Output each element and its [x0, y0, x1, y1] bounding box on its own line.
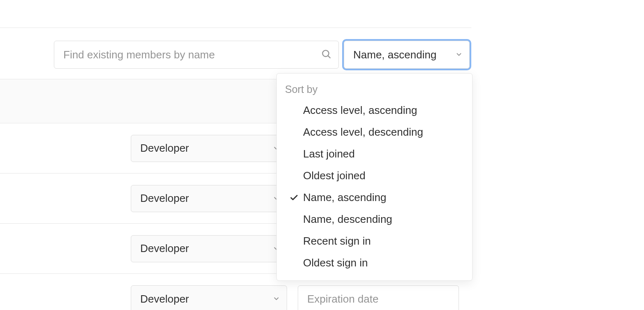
- sort-option-recent-signin[interactable]: Recent sign in: [277, 230, 472, 252]
- sort-option-access-asc[interactable]: Access level, ascending: [277, 99, 472, 121]
- role-select[interactable]: Developer: [131, 235, 287, 262]
- divider: [0, 28, 471, 28]
- sort-dropdown-menu: Sort by Access level, ascending Access l…: [276, 73, 473, 281]
- chevron-down-icon: [455, 49, 463, 61]
- sort-current-label: Name, ascending: [353, 49, 436, 61]
- sort-option-oldest-signin[interactable]: Oldest sign in: [277, 252, 472, 274]
- sort-option-name-desc[interactable]: Name, descending: [277, 208, 472, 230]
- members-toolbar: Name, ascending: [54, 41, 470, 69]
- role-label: Developer: [140, 293, 189, 305]
- option-label: Last joined: [303, 148, 355, 160]
- sort-dropdown-button[interactable]: Name, ascending: [344, 41, 470, 69]
- search-input[interactable]: [54, 41, 339, 69]
- table-row: Developer: [0, 174, 276, 224]
- sort-option-oldest-joined[interactable]: Oldest joined: [277, 165, 472, 187]
- check-icon: [285, 193, 303, 202]
- role-select[interactable]: Developer: [131, 185, 287, 212]
- option-label: Name, ascending: [303, 191, 386, 204]
- search-wrap: [54, 41, 339, 69]
- chevron-down-icon: [273, 293, 280, 305]
- option-label: Access level, ascending: [303, 104, 417, 117]
- expiration-date-input[interactable]: Expiration date: [298, 285, 459, 310]
- sort-option-name-asc[interactable]: Name, ascending: [277, 187, 472, 208]
- svg-line-1: [328, 56, 330, 58]
- role-label: Developer: [140, 142, 189, 155]
- dropdown-header: Sort by: [277, 78, 472, 99]
- table-row: Developer: [0, 224, 276, 274]
- option-label: Oldest joined: [303, 169, 366, 182]
- role-select[interactable]: Developer: [131, 285, 287, 310]
- sort-option-access-desc[interactable]: Access level, descending: [277, 121, 472, 143]
- member-rows: Developer Developer Developer: [0, 123, 276, 274]
- option-label: Recent sign in: [303, 235, 371, 248]
- option-label: Name, descending: [303, 213, 392, 226]
- search-icon: [321, 49, 331, 61]
- sort-option-last-joined[interactable]: Last joined: [277, 143, 472, 165]
- role-label: Developer: [140, 192, 189, 205]
- table-header-band: [0, 79, 276, 123]
- option-label: Access level, descending: [303, 126, 423, 139]
- option-label: Oldest sign in: [303, 257, 368, 269]
- role-label: Developer: [140, 242, 189, 255]
- table-row: Developer: [0, 123, 276, 174]
- role-select[interactable]: Developer: [131, 135, 287, 162]
- expiration-placeholder: Expiration date: [307, 293, 378, 305]
